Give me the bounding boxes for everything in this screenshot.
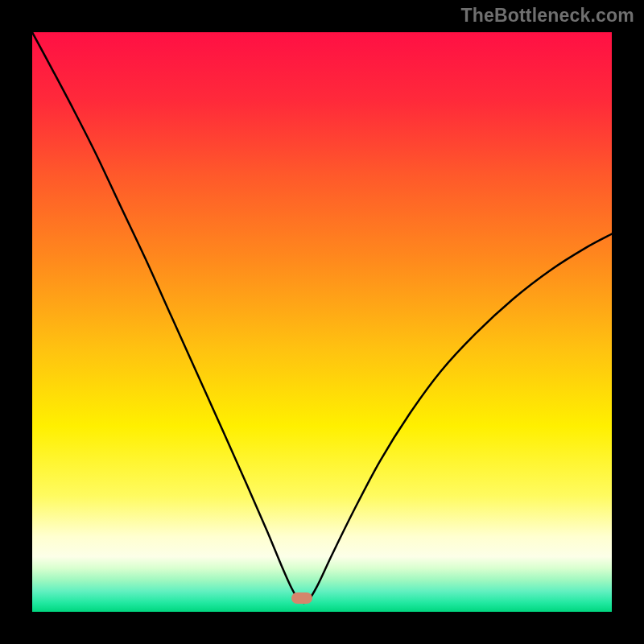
curve-layer (32, 32, 612, 612)
bottleneck-curve (32, 32, 612, 603)
optimum-marker (291, 592, 312, 604)
chart-frame: TheBottleneck.com (0, 0, 644, 644)
watermark-text: TheBottleneck.com (460, 5, 634, 27)
plot-area (32, 32, 612, 612)
